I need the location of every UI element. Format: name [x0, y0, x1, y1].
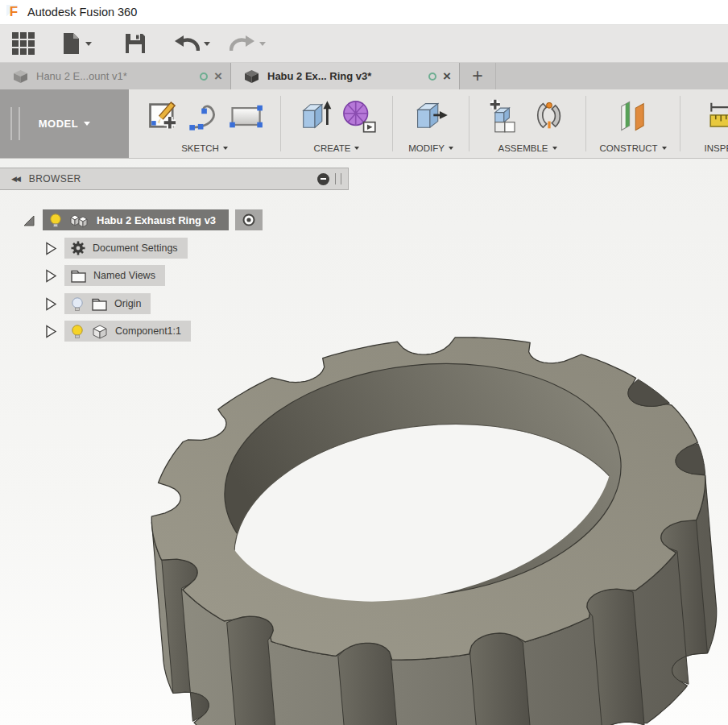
redo-icon [230, 34, 255, 53]
lightbulb-off-icon[interactable] [70, 296, 85, 312]
browser-header[interactable]: ◀◀ BROWSER [0, 168, 349, 190]
undo-button[interactable] [174, 34, 210, 53]
expand-collapse-icon[interactable] [43, 241, 58, 256]
panel-grip-icon[interactable] [335, 173, 341, 184]
measure-icon[interactable] [708, 98, 728, 134]
assemble-group-dropdown[interactable]: ASSEMBLE [498, 142, 557, 155]
chevron-down-icon [552, 147, 557, 150]
tree-item[interactable]: Named Views [64, 265, 165, 286]
model-viewport[interactable]: ◀◀ BROWSER [0, 159, 728, 725]
press-pull-icon[interactable] [412, 98, 449, 134]
spline-icon[interactable] [187, 99, 221, 133]
title-bar: F Autodesk Fusion 360 [0, 0, 728, 25]
create-group-dropdown[interactable]: CREATE [314, 142, 360, 155]
inspect-group-dropdown[interactable]: INSPECT [705, 142, 728, 155]
tree-row-root[interactable]: Habu 2 Exhaust Ring v3 [21, 209, 263, 230]
tab-label: Hanu 2 E...ount v1* [36, 70, 193, 82]
modify-group-dropdown[interactable]: MODIFY [408, 142, 453, 155]
expand-collapse-icon[interactable] [43, 324, 58, 339]
document-cube-icon [11, 68, 30, 84]
tab-label: Habu 2 Ex... Ring v3* [267, 70, 422, 82]
expand-collapse-icon[interactable] [43, 268, 58, 284]
toolbar-grip [10, 107, 20, 140]
workspace-selector[interactable]: MODEL [0, 89, 129, 158]
tree-item-label: Document Settings [93, 242, 178, 254]
fusion-360-logo-icon: F [6, 5, 21, 19]
joint-icon[interactable] [531, 98, 568, 134]
browser-panel: ◀◀ BROWSER [0, 168, 349, 190]
chevron-down-icon [662, 147, 667, 150]
hide-all-icon[interactable] [317, 173, 329, 185]
document-tab-bar: Hanu 2 E...ount v1* × Habu 2 Ex... Ring … [0, 63, 728, 89]
file-icon [60, 31, 81, 56]
undo-caret-icon [204, 42, 210, 46]
document-tab-2[interactable]: Habu 2 Ex... Ring v3* × [231, 63, 460, 89]
chevron-down-icon [223, 147, 228, 150]
ring-geometry [151, 338, 716, 725]
extrude-icon[interactable] [297, 98, 333, 134]
ribbon-group-create: CREATE [281, 89, 392, 158]
redo-caret-icon [259, 42, 266, 46]
chevron-down-icon [354, 147, 359, 150]
activate-component-chip[interactable] [235, 209, 263, 230]
workspace-caret-icon [84, 122, 90, 126]
folder-icon [70, 268, 87, 284]
sync-status-icon [428, 72, 436, 81]
app-grid-button[interactable] [12, 32, 35, 55]
file-caret-icon [85, 42, 92, 46]
redo-button[interactable] [230, 34, 266, 53]
component-cube-icon [91, 323, 109, 340]
folder-icon [91, 296, 108, 312]
ribbon-group-sketch: SKETCH [129, 89, 280, 158]
tree-item-root[interactable]: Habu 2 Exhaust Ring v3 [43, 209, 229, 230]
workspace-label: MODEL [39, 118, 78, 130]
construct-group-dropdown[interactable]: CONSTRUCT [599, 142, 666, 155]
undo-icon [174, 34, 200, 53]
ribbon-toolbar: MODEL [0, 89, 728, 159]
tree-item-label: Habu 2 Exhaust Ring v3 [97, 214, 216, 226]
lightbulb-on-icon[interactable] [48, 213, 63, 228]
construction-plane-icon[interactable] [614, 98, 651, 134]
tree-item[interactable]: Component1:1 [64, 321, 191, 342]
quick-access-toolbar [0, 25, 728, 63]
save-icon [124, 32, 147, 55]
tree-row-origin[interactable]: Origin [43, 293, 151, 314]
lightbulb-on-icon[interactable] [70, 324, 85, 339]
tree-item-label: Origin [114, 298, 141, 309]
component-group-icon [69, 212, 90, 228]
sync-status-icon [200, 72, 208, 81]
tree-item-label: Component1:1 [115, 325, 181, 337]
gear-icon [70, 240, 86, 256]
new-component-icon[interactable] [488, 98, 523, 134]
ribbon-group-modify: MODIFY [393, 89, 469, 158]
activate-radio-icon[interactable] [242, 213, 256, 227]
ribbon-group-construct: CONSTRUCT [586, 89, 680, 158]
tree-item[interactable]: Document Settings [64, 238, 188, 259]
app-grid-icon [12, 32, 35, 55]
tree-row-named-views[interactable]: Named Views [43, 265, 165, 286]
save-button[interactable] [124, 32, 147, 55]
expand-collapse-icon[interactable] [43, 296, 58, 312]
new-tab-button[interactable]: + [460, 63, 496, 89]
form-icon[interactable] [340, 98, 377, 134]
tree-row-component1[interactable]: Component1:1 [43, 321, 191, 342]
tree-item-label: Named Views [93, 270, 155, 281]
document-tab-1[interactable]: Hanu 2 E...ount v1* × [0, 63, 231, 89]
sketch-group-dropdown[interactable]: SKETCH [181, 142, 228, 155]
chevron-down-icon [449, 147, 453, 150]
expand-collapse-icon[interactable] [21, 213, 36, 228]
window-title: Autodesk Fusion 360 [27, 6, 137, 19]
tree-row-document-settings[interactable]: Document Settings [43, 238, 188, 259]
collapse-panel-icon[interactable]: ◀◀ [11, 175, 19, 183]
browser-title: BROWSER [29, 173, 317, 184]
ribbon-group-assemble: ASSEMBLE [469, 89, 585, 158]
create-sketch-icon[interactable] [146, 99, 180, 133]
file-menu-button[interactable] [60, 31, 92, 56]
close-tab-icon[interactable]: × [214, 69, 222, 83]
close-tab-icon[interactable]: × [443, 69, 451, 83]
ribbon-group-inspect: INSPECT [680, 89, 728, 158]
tree-item[interactable]: Origin [64, 293, 151, 314]
rectangle-icon[interactable] [228, 99, 263, 133]
document-cube-icon [242, 68, 261, 84]
